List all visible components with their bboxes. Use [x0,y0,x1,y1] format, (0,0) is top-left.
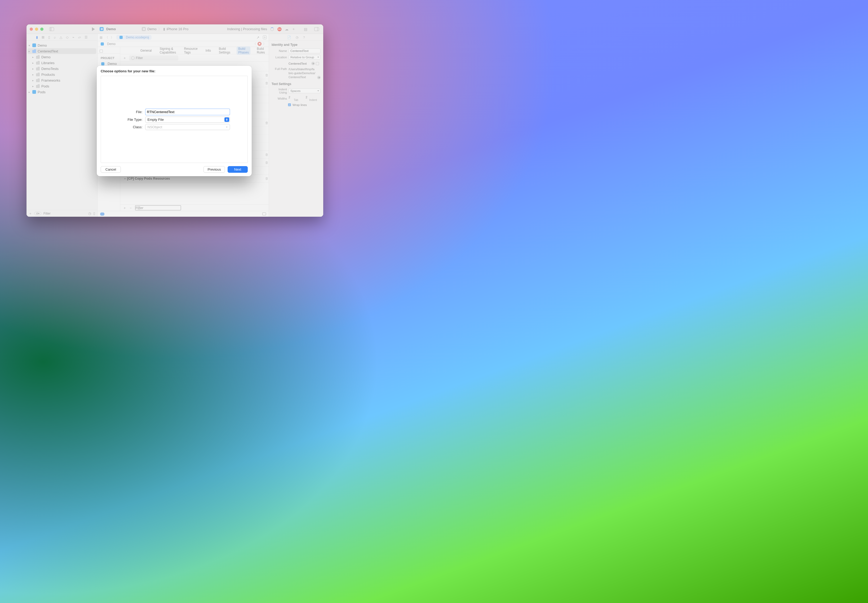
prev-issue-icon[interactable]: 〈 [253,42,256,46]
tree-item[interactable]: ▸ CenteredText [28,48,96,54]
inspector-location-select[interactable]: Relative to Group [289,55,320,60]
run-button-icon[interactable] [92,27,95,31]
tree-item[interactable]: ▸ Demo [26,54,97,60]
next-issue-icon[interactable]: 〉 [263,42,266,46]
tab-build-phases[interactable]: Build Phases [237,46,251,55]
tree-item[interactable]: ▸ Products [26,71,97,77]
plus-icon[interactable]: ＋ [292,27,296,31]
trash-icon[interactable]: 🗑 [265,73,269,77]
inspector-indent-select[interactable]: Spaces [289,88,320,93]
phases-filter-input[interactable] [129,56,178,61]
tree-item[interactable]: ▸ Frameworks [26,77,97,83]
field-label: Widths [272,97,287,100]
find-navigator-icon[interactable]: ⌕ [54,35,56,39]
toggle-right-sidebar-icon[interactable] [314,27,319,31]
related-items-icon[interactable]: ⊞ [100,36,102,39]
add-target-icon[interactable]: ＋ [123,206,126,210]
scheme-selector[interactable]: ⊞ Demo 〉 ▮ iPhone 16 Pro [142,27,189,31]
wrap-lines-checkbox[interactable]: ✓ Wrap lines [269,102,323,107]
folder-picker-icon[interactable] [316,62,319,65]
zoom-window-icon[interactable] [40,28,43,31]
previous-button[interactable]: Previous [203,166,225,173]
cancel-button[interactable]: Cancel [101,166,121,173]
tree-root[interactable]: ▸ Pods [26,89,97,95]
disclosure-icon[interactable]: ▸ [29,50,32,53]
debug-bubble-icon[interactable] [100,212,104,216]
activity-spinner-icon [270,27,274,31]
source-control-navigator-icon[interactable]: ⊠ [42,35,45,39]
issue-badge-icon[interactable]: ✖ [258,42,261,46]
disclosure-icon[interactable]: ▾ [29,44,32,47]
add-editor-icon[interactable] [263,36,266,39]
minimize-window-icon[interactable] [35,28,38,31]
close-window-icon[interactable] [30,28,33,31]
next-button[interactable]: Next [227,166,248,173]
sheet-body: File: File Type: Empty File Class: NSObj… [101,76,248,163]
recent-icon[interactable]: ◷ [88,212,91,215]
bookmark-navigator-icon[interactable]: ▯ [48,35,50,39]
add-phase-icon[interactable]: ＋ [123,56,126,60]
tree-root[interactable]: ▾ Demo [26,42,97,48]
file-type-select[interactable]: Empty File [145,117,230,123]
field-label: Class: [119,125,145,129]
class-select[interactable]: NSObject [145,124,230,130]
navigator-filter-input[interactable] [43,212,86,215]
disclosure-icon[interactable]: ▸ [32,73,36,76]
titlebar: ⊞ Demo ⊞ Demo 〉 ▮ iPhone 16 Pro Indexing… [26,25,323,34]
trash-icon[interactable]: 🗑 [265,121,269,125]
reveal-finder-icon[interactable]: ➜ [317,76,320,79]
trash-icon[interactable]: 🗑 [265,153,269,156]
disclosure-icon[interactable]: ▸ [32,67,36,70]
disclosure-icon[interactable]: ▸ [32,85,36,88]
file-inspector-icon[interactable]: 📄 [287,36,291,39]
sidebar-collapse-icon[interactable]: ▯ [93,212,95,215]
help-inspector-icon[interactable]: ? [303,36,305,39]
inspector-indent-row: Indent Using Spaces [269,87,323,95]
file-name-input[interactable] [145,109,230,115]
history-inspector-icon[interactable]: ◷ [296,36,299,39]
cloud-icon[interactable]: ☁ [285,27,289,31]
class-field-row: Class: NSObject [119,124,230,130]
jump-bar[interactable]: Demo 〈 ✖ 〉 [97,41,269,47]
tab-info[interactable]: Info [204,48,212,53]
back-icon[interactable]: 〈 [105,36,108,39]
titlebar-right: Indexing | Processing files ⛔ ☁ ＋ ▤ [227,27,320,31]
disclosure-icon[interactable]: ▸ [29,91,32,94]
report-navigator-icon[interactable]: ☰ [85,35,88,39]
adjust-editor-icon[interactable]: ↗ [257,36,260,39]
tab-build-settings[interactable]: Build Settings [217,46,232,55]
disclosure-icon[interactable]: ▸ [32,62,36,64]
trash-icon[interactable]: 🗑 [265,161,269,164]
disclosure-icon[interactable]: ▸ [32,56,36,59]
inspector-name-input[interactable] [289,48,320,53]
toggle-debug-area-icon[interactable] [262,212,266,215]
forward-icon[interactable]: 〉 [111,36,114,39]
tab-build-rules[interactable]: Build Rules [255,46,266,55]
tab-general[interactable]: General [139,48,153,53]
trash-icon[interactable]: 🗑 [265,81,269,85]
tree-item[interactable]: ▸ DemoTests [26,66,97,71]
remove-target-icon[interactable]: － [129,206,133,210]
reveal-icon[interactable]: ➜ [311,62,315,65]
tab-signing[interactable]: Signing & Capabilities [158,46,178,55]
toggle-left-sidebar-icon[interactable] [49,27,54,31]
editor-tab[interactable]: Demo.xcodeproj [116,35,152,40]
tree-item[interactable]: ▸ Libraries [26,60,97,66]
breakpoint-navigator-icon[interactable]: ▱ [78,35,81,39]
test-navigator-icon[interactable]: ◇ [66,35,69,39]
trash-icon[interactable]: 🗑 [265,177,269,181]
tree-item[interactable]: ▸ Pods [26,83,97,89]
issue-navigator-icon[interactable]: △ [60,35,62,39]
scm-filter-pill[interactable]: ⊘▾ [34,212,41,215]
targets-filter-input[interactable] [135,205,181,210]
library-icon[interactable]: ▤ [304,27,307,31]
disclosure-icon[interactable]: ▸ [32,79,36,82]
square-icon[interactable] [100,49,103,53]
project-navigator-icon[interactable]: ▮ [36,35,38,39]
tree-label: Demo [38,43,47,48]
tab-resource-tags[interactable]: Resource Tags [182,46,199,55]
scheme-device-icon: ▮ [163,27,165,31]
debug-navigator-icon[interactable]: ⌁ [72,35,74,39]
add-icon[interactable]: ＋ [29,211,32,216]
error-indicator-icon[interactable]: ⛔ [277,27,282,31]
